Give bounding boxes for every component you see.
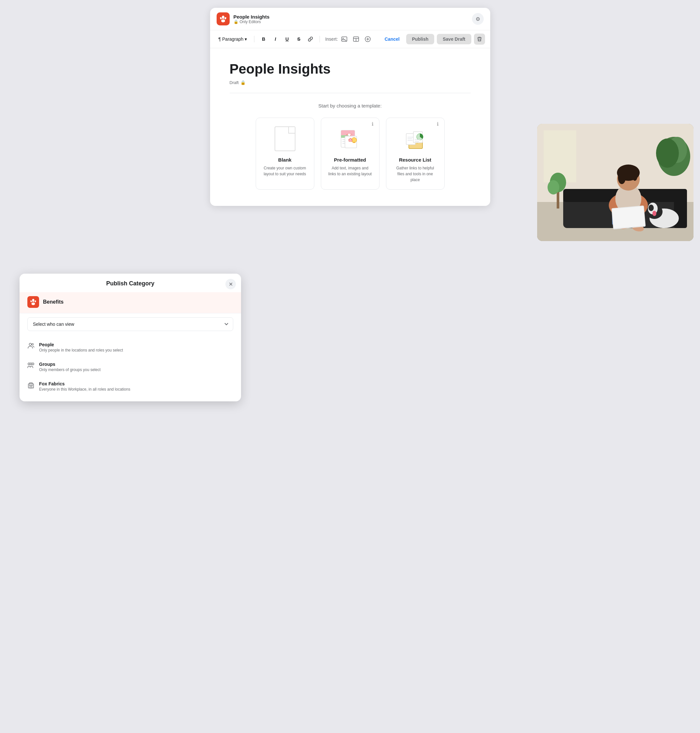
svg-point-61 [32, 303, 35, 305]
template-card-blank[interactable]: Blank Create your own custom layout to s… [256, 118, 314, 190]
svg-rect-69 [29, 385, 30, 386]
svg-rect-29 [415, 141, 419, 142]
top-bar: People Insights 🔒 Only Editors ⚙ [210, 8, 490, 30]
link-button[interactable] [305, 34, 316, 44]
toolbar-divider-2 [319, 36, 320, 42]
publish-button[interactable]: Publish [406, 34, 435, 44]
divider-line [229, 93, 471, 93]
cancel-button[interactable]: Cancel [381, 35, 404, 44]
delete-button[interactable] [474, 34, 485, 45]
blank-template-desc: Create your own custom layout to suit yo… [263, 165, 307, 177]
groups-icon [27, 362, 35, 370]
template-prompt: Start by choosing a template: [229, 103, 471, 109]
paragraph-icon: ¶ [219, 37, 221, 42]
bold-button[interactable]: B [258, 34, 269, 44]
svg-point-1 [219, 17, 222, 19]
doc-title[interactable]: People Insights [229, 61, 471, 77]
svg-point-46 [618, 171, 626, 184]
preformatted-info-icon[interactable]: ℹ [369, 121, 376, 128]
option-fox-fabrics[interactable]: Fox Fabrics Everyone in this Workplace, … [19, 377, 241, 396]
option-groups[interactable]: Groups Only members of groups you select [19, 357, 241, 377]
svg-point-47 [632, 171, 637, 181]
paragraph-select[interactable]: ¶ Paragraph ▾ [215, 35, 250, 43]
svg-rect-70 [32, 385, 32, 386]
groups-option-text: Groups Only members of groups you select [39, 362, 101, 372]
category-icon [27, 296, 39, 308]
photo-placeholder [537, 124, 694, 241]
fox-fabrics-option-text: Fox Fabrics Everyone in this Workplace, … [39, 381, 130, 392]
modal-options: People Only people in the locations and … [19, 335, 241, 401]
preformatted-template-name: Pre-formatted [328, 157, 373, 163]
option-people[interactable]: People Only people in the locations and … [19, 337, 241, 357]
top-bar-left: People Insights 🔒 Only Editors [217, 12, 270, 25]
people-icon [27, 343, 35, 350]
resource-list-template-desc: Gather links to helpful files and tools … [393, 165, 438, 183]
building-icon [27, 382, 35, 390]
dropdown-arrow-icon: ▾ [245, 37, 247, 42]
scene-illustration [537, 124, 694, 241]
svg-point-57 [547, 180, 559, 194]
template-grid: Blank Create your own custom layout to s… [229, 118, 471, 190]
template-card-preformatted[interactable]: ℹ [321, 118, 379, 190]
svg-point-66 [32, 363, 34, 365]
preformatted-svg-icon [338, 127, 362, 150]
view-select[interactable]: Select who can view [27, 317, 233, 331]
preformatted-icon-area [328, 126, 373, 152]
blank-template-name: Blank [263, 157, 307, 163]
underline-button[interactable]: U [282, 34, 292, 44]
modal-title: Publish Category [106, 280, 154, 287]
preformatted-template-desc: Add text, images and links to an existin… [328, 165, 373, 177]
app-icon [217, 12, 229, 25]
people-option-text: People Only people in the locations and … [39, 342, 123, 352]
resource-info-icon[interactable]: ℹ [435, 121, 441, 128]
toolbar-actions: Cancel Publish Save Draft [381, 34, 485, 45]
svg-rect-49 [612, 206, 645, 228]
svg-point-58 [32, 299, 35, 302]
modal-category-row: Benefits [19, 292, 241, 313]
status-lock-icon: 🔒 [240, 80, 246, 85]
fox-fabrics-option-label: Fox Fabrics [39, 381, 130, 386]
insert-label: Insert: [325, 37, 338, 42]
svg-point-35 [656, 138, 679, 168]
lock-icon: 🔒 [234, 19, 238, 24]
gear-button[interactable]: ⚙ [472, 13, 484, 25]
save-draft-button[interactable]: Save Draft [437, 34, 471, 44]
editor-card: People Insights 🔒 Only Editors ⚙ ¶ Parag… [210, 8, 490, 206]
app-title-area: People Insights 🔒 Only Editors [234, 14, 270, 24]
svg-point-5 [343, 38, 344, 39]
svg-rect-25 [407, 140, 413, 141]
svg-point-0 [222, 16, 224, 19]
svg-point-63 [32, 344, 34, 345]
strikethrough-button[interactable]: S [294, 34, 304, 44]
svg-rect-68 [30, 386, 32, 388]
blank-doc-icon [275, 127, 296, 151]
toolbar: ¶ Paragraph ▾ B I U S Insert: [210, 30, 490, 48]
photo-area [537, 124, 694, 241]
insert-more-button[interactable] [363, 34, 373, 44]
svg-point-62 [29, 343, 32, 346]
resource-list-svg-icon [404, 127, 427, 150]
resource-icon-area [393, 126, 438, 152]
template-card-resource-list[interactable]: ℹ [386, 118, 445, 190]
fox-fabrics-option-desc: Everyone in this Workplace, in all roles… [39, 387, 130, 392]
insert-table-button[interactable] [351, 34, 361, 44]
svg-rect-28 [415, 140, 421, 140]
groups-option-desc: Only members of groups you select [39, 368, 101, 372]
svg-point-54 [653, 211, 656, 216]
svg-point-3 [221, 19, 225, 22]
svg-point-64 [28, 363, 30, 365]
svg-rect-24 [407, 138, 412, 139]
blank-icon-area [263, 126, 307, 152]
svg-point-65 [30, 363, 32, 365]
svg-point-2 [224, 17, 226, 19]
modal-close-button[interactable]: ✕ [225, 279, 236, 289]
modal-select-row: Select who can view [19, 313, 241, 335]
app-subtitle: 🔒 Only Editors [234, 19, 270, 24]
insert-image-button[interactable] [339, 34, 350, 44]
people-option-label: People [39, 342, 123, 347]
resource-list-template-name: Resource List [393, 157, 438, 163]
app-title: People Insights [234, 14, 270, 19]
category-name: Benefits [43, 299, 63, 305]
editor-content: People Insights Draft 🔒 Start by choosin… [210, 48, 490, 206]
italic-button[interactable]: I [270, 34, 281, 44]
